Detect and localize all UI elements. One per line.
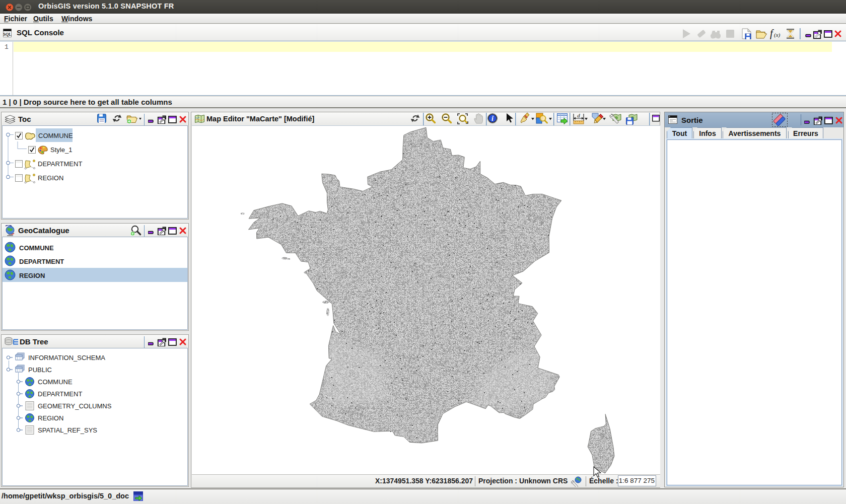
svg-text:SQL: SQL [3,32,11,37]
svg-text:f: f [770,28,774,39]
svg-text:d: d [577,112,580,118]
svg-text:i: i [491,115,494,122]
svg-text:(x): (x) [774,32,781,38]
